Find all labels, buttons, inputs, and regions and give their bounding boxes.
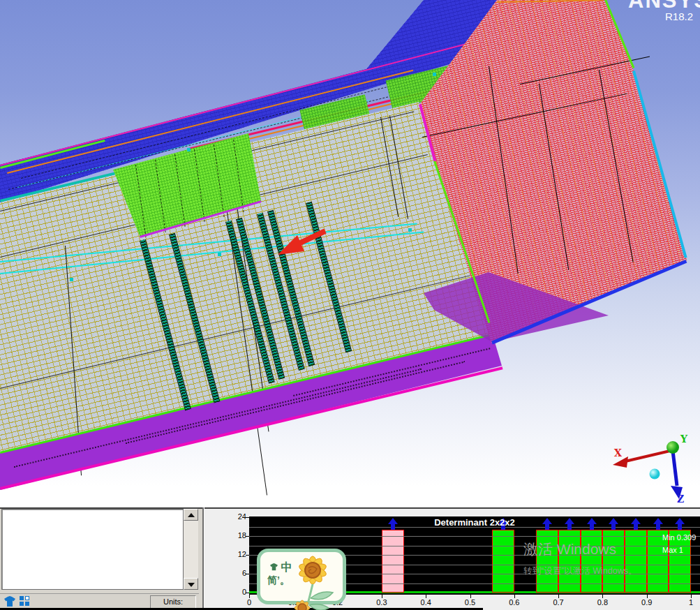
ansys-version: R18.2 [665, 10, 693, 22]
application-window: X Z Y ANSYS R18.2 [0, 0, 700, 610]
x-tick-label: 0.3 [376, 598, 387, 607]
windows-activation-watermark: 激活 Windows 转到“设置”以激活 Windows。 [523, 540, 637, 577]
x-tick-label: 0.6 [509, 598, 519, 607]
status-bar: Units: meters [0, 593, 199, 609]
scroll-up-button[interactable] [184, 509, 198, 521]
annotation-arrow-icon [276, 226, 329, 258]
node-dot [218, 253, 221, 256]
message-listbox[interactable] [1, 509, 184, 590]
svg-text:Z: Z [677, 493, 684, 503]
arrow-down-icon [188, 583, 195, 587]
node-dot [70, 278, 73, 281]
sticker-line-2: 简’。 [267, 574, 292, 587]
y-tick-label: 24 [211, 512, 246, 521]
gridline [249, 536, 700, 537]
y-tick-label: 0 [211, 588, 246, 596]
node-dot [187, 148, 191, 151]
y-tick-label: 12 [211, 550, 246, 558]
x-tick-label: 0.9 [641, 598, 652, 607]
x-tick-label: 0.4 [421, 598, 431, 607]
y-tick-label: 6 [211, 569, 246, 577]
bottom-panel: Units: meters Determinant 2x2x2 Min 0.30… [0, 507, 700, 610]
x-tick-label: 0.5 [465, 598, 475, 607]
watermark-line-1: 激活 Windows [523, 540, 637, 559]
max-value-label: Max 1 [662, 544, 696, 556]
svg-text:Y: Y [680, 433, 688, 445]
x-tick-label: 0.7 [553, 598, 563, 607]
arrow-up-icon [188, 513, 195, 517]
grid-icon[interactable] [20, 596, 31, 607]
histogram-title: Determinant 2x2x2 [249, 517, 700, 528]
x-tick-label: 0 [247, 598, 251, 607]
model-viewport[interactable]: X Z Y ANSYS R18.2 [0, 0, 700, 507]
coordinate-triad: X Z Y [609, 430, 699, 503]
x-tick-label: 0.8 [597, 598, 608, 607]
scroll-down-button[interactable] [184, 578, 198, 590]
shirt-small-icon [270, 563, 278, 571]
sticker-text: 中 简’。 [270, 560, 292, 587]
x-tick-label: 1 [689, 598, 693, 607]
node-dot [408, 228, 412, 232]
y-tick-label: 18 [211, 531, 246, 540]
node-dot [433, 73, 436, 76]
listbox-scrollbar[interactable] [184, 509, 198, 590]
sticker-line-1: 中 [281, 561, 292, 573]
min-value-label: Min 0.309 [662, 531, 696, 544]
watermark-line-2: 转到“设置”以激活 Windows。 [523, 565, 637, 577]
sunflower-sticker: 中 简’。 [257, 549, 346, 604]
shirt-icon[interactable] [4, 596, 15, 607]
panel-divider-highlight [204, 507, 204, 610]
svg-text:X: X [614, 447, 622, 459]
histogram-minmax: Min 0.309 Max 1 [662, 531, 696, 556]
units-indicator: Units: meters [150, 595, 196, 609]
